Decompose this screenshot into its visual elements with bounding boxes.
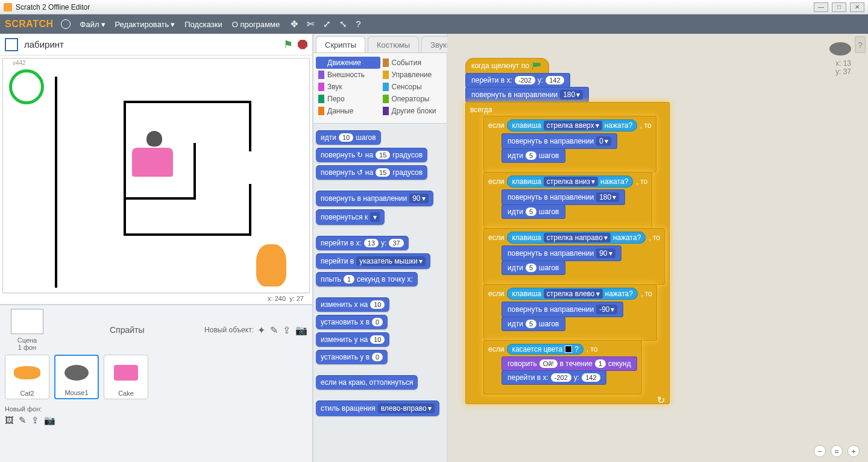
stop-icon[interactable] <box>298 40 307 49</box>
project-title[interactable]: лабиринт <box>24 39 64 49</box>
block-turn-cw[interactable]: повернуть ↻ на15градусов <box>316 148 427 162</box>
cut-icon[interactable]: ✄ <box>307 19 315 30</box>
green-flag-icon[interactable]: ⚑ <box>283 38 293 51</box>
minimize-button[interactable]: — <box>814 2 828 12</box>
script-stack[interactable]: когда щелкнут по перейти в x:-202y:142 п… <box>465 58 670 404</box>
block-if-up[interactable]: есликлавишастрелка вверх▾нажата?, то пов… <box>483 116 656 172</box>
block-rotmode[interactable]: стиль вращениявлево-вправо▾ <box>316 400 439 416</box>
zoom-controls: − = + <box>814 445 860 457</box>
maze-wall <box>124 233 251 236</box>
block-change-x[interactable]: изменить x на10 <box>316 297 389 312</box>
new-sprite-label: Новый объект: <box>204 326 254 334</box>
menu-file[interactable]: Файл▾ <box>80 20 105 29</box>
cat-looks[interactable]: Внешность <box>316 69 380 81</box>
stage-thumbnail[interactable]: Сцена 1 фон <box>5 309 49 351</box>
maze-wall <box>124 101 126 236</box>
sprites-label: Спрайты <box>110 325 145 335</box>
block-if-down[interactable]: есликлавишастрелка вниз▾нажата?, то пове… <box>483 172 652 229</box>
menu-about[interactable]: О программе <box>232 20 280 29</box>
stage[interactable]: v442 <box>2 58 310 293</box>
stage-cake <box>132 148 173 177</box>
script-area[interactable]: ? x: 13 y: 37 когда щелкнут по перейти в… <box>447 34 868 462</box>
maze-wall <box>193 143 196 200</box>
app-icon <box>4 3 12 11</box>
stamp-icon[interactable]: ✥ <box>291 19 298 30</box>
block-bounce[interactable]: если на краю, оттолкнуться <box>316 375 418 390</box>
zoom-reset-icon[interactable]: = <box>831 445 843 457</box>
block-if-left[interactable]: есликлавишастрелка влево▾нажата?, то пов… <box>483 284 657 341</box>
sprite-thumb-cat2[interactable]: Cat2 <box>5 355 49 399</box>
block-move[interactable]: идти10шагов <box>316 130 381 145</box>
block-goto-obj[interactable]: перейти вуказатель мышки▾ <box>316 253 430 269</box>
maximize-button[interactable]: □ <box>832 2 846 12</box>
window-title: Scratch 2 Offline Editor <box>16 3 90 11</box>
block-goto-xy[interactable]: перейти в x:13y:37 <box>316 236 409 250</box>
block-turn-ccw[interactable]: повернуть ↺ на15градусов <box>316 165 427 180</box>
sprite-thumb-cake[interactable]: Cake <box>104 355 148 399</box>
block-change-y[interactable]: изменить y на10 <box>316 332 389 347</box>
category-grid: Движение События Внешность Управление Зв… <box>313 53 447 124</box>
block-set-x[interactable]: установить x в0 <box>316 315 388 329</box>
cat-control[interactable]: Управление <box>380 69 445 81</box>
stage-mouse <box>146 131 162 147</box>
tab-scripts[interactable]: Скрипты <box>316 36 365 52</box>
help-tab-icon[interactable]: ? <box>855 36 866 53</box>
zoom-in-icon[interactable]: + <box>848 445 860 457</box>
new-backdrop-label: Новый фон: 🖼 ✎ ⇪ 📷 <box>5 405 307 426</box>
close-button[interactable]: ✕ <box>850 2 864 12</box>
block-point-start[interactable]: повернуть в направлении180▾ <box>465 87 589 103</box>
cat-sound[interactable]: Звук <box>316 81 380 93</box>
sprite-thumb-mouse1[interactable]: Mouse1 <box>54 355 99 399</box>
scratch-logo[interactable]: SCRATCH <box>5 19 54 30</box>
stage-green-circle <box>9 69 44 104</box>
language-icon[interactable] <box>61 19 71 29</box>
left-column: лабиринт ⚑ v442 x: 240 y: 27 <box>0 34 313 462</box>
block-point-to[interactable]: повернуться к▾ <box>316 209 385 225</box>
sprite-icon <box>829 42 851 55</box>
block-list[interactable]: идти10шагов повернуть ↻ на15градусов пов… <box>313 124 447 462</box>
paint-backdrop-icon[interactable]: ✎ <box>19 415 27 426</box>
block-if-touch-color[interactable]: есликасается цвета?, то говоритьОй!в теч… <box>483 340 642 394</box>
choose-sprite-icon[interactable]: ✦ <box>257 324 265 336</box>
os-titlebar: Scratch 2 Offline Editor — □ ✕ <box>0 0 868 14</box>
paint-sprite-icon[interactable]: ✎ <box>270 324 278 336</box>
menu-edit[interactable]: Редактировать▾ <box>115 20 175 29</box>
maze-wall <box>249 184 251 236</box>
cat-sensing[interactable]: Сенсоры <box>380 81 445 93</box>
tab-costumes[interactable]: Костюмы <box>368 36 419 52</box>
block-glide[interactable]: плыть1секунд в точку x: <box>316 272 418 286</box>
cat-data[interactable]: Данные <box>316 105 380 117</box>
cat-motion[interactable]: Движение <box>316 57 380 69</box>
maze-wall <box>124 197 196 200</box>
help-icon[interactable]: ? <box>356 19 360 30</box>
menu-tips[interactable]: Подсказки <box>184 20 222 29</box>
flag-icon <box>532 62 541 69</box>
upload-sprite-icon[interactable]: ⇪ <box>283 324 291 336</box>
shrink-icon[interactable]: ⤡ <box>339 19 347 30</box>
block-point-dir[interactable]: повернуть в направлении90▾ <box>316 191 433 206</box>
cat-events[interactable]: События <box>380 57 445 69</box>
camera-sprite-icon[interactable]: 📷 <box>295 324 307 336</box>
zoom-out-icon[interactable]: − <box>814 445 826 457</box>
camera-backdrop-icon[interactable]: 📷 <box>44 415 55 426</box>
stage-corner-label: v442 <box>13 60 26 66</box>
stage-footer: x: 240 y: 27 <box>2 293 310 304</box>
cat-more[interactable]: Другие блоки <box>380 105 445 117</box>
fullscreen-icon[interactable] <box>5 38 18 51</box>
block-when-flag[interactable]: когда щелкнут по <box>465 58 549 74</box>
block-goto-start[interactable]: перейти в x:-202y:142 <box>465 73 570 87</box>
block-forever[interactable]: всегда есликлавишастрелка вверх▾нажата?,… <box>465 102 670 404</box>
grow-icon[interactable]: ⤢ <box>323 19 331 30</box>
maze-wall <box>249 101 251 151</box>
menubar: SCRATCH Файл▾ Редактировать▾ Подсказки О… <box>0 14 868 34</box>
stage-header: лабиринт ⚑ <box>0 34 312 55</box>
block-if-right[interactable]: есликлавишастрелка направо▾нажата?, то п… <box>483 228 665 285</box>
cat-operators[interactable]: Операторы <box>380 93 445 105</box>
editor-tabs: Скрипты Костюмы Звуки <box>313 34 447 53</box>
maze-wall <box>55 77 57 288</box>
cat-pen[interactable]: Перо <box>316 93 380 105</box>
upload-backdrop-icon[interactable]: ⇪ <box>31 415 39 426</box>
block-set-y[interactable]: установить y в0 <box>316 350 388 364</box>
choose-backdrop-icon[interactable]: 🖼 <box>5 415 14 426</box>
maze-wall <box>124 101 251 103</box>
